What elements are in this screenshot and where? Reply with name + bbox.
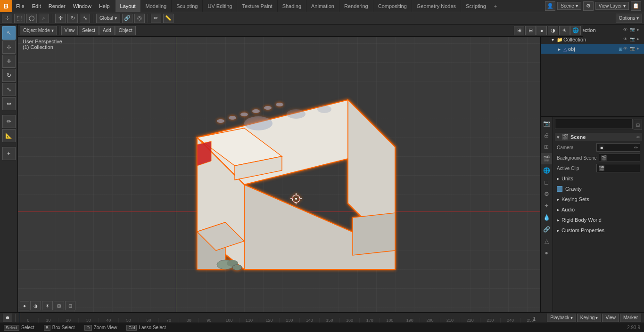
prop-icon-object[interactable]: ◻ (541, 177, 552, 188)
prop-icon-output[interactable]: 🖨 (541, 130, 552, 141)
render-small-icon[interactable]: ● (636, 27, 642, 33)
viewport-shading-material[interactable]: ◑ (30, 301, 41, 310)
menu-help[interactable]: Help (95, 0, 114, 12)
camera-small-icon[interactable]: 📷 (630, 27, 636, 33)
vp-gizmo-btn[interactable]: ⊟ (525, 26, 536, 35)
tool-rotate[interactable]: ↻ (2, 69, 16, 82)
outliner-row-obj[interactable]: ▸ △ obj ⊞ 👁 📷 ● (541, 44, 644, 54)
menu-window[interactable]: Window (69, 0, 95, 12)
workspace-uv-editing[interactable]: UV Editing (203, 0, 237, 12)
tool-select[interactable]: ↖ (2, 26, 16, 40)
tool-transform[interactable]: ⇔ (2, 97, 16, 110)
prop-icon-render[interactable]: 📷 (541, 118, 552, 129)
collection-camera-icon[interactable]: 📷 (630, 37, 636, 42)
prop-search-input[interactable] (555, 119, 633, 129)
viewport-overlay-toggle[interactable]: ⊞ (54, 301, 64, 310)
select-box-icon[interactable]: ⬚ (14, 14, 25, 23)
keying-sets-collapsible[interactable]: ▸ Keying Sets (555, 194, 642, 204)
viewport-gizmo-toggle[interactable]: ⊟ (65, 301, 75, 310)
object-mode-dropdown[interactable]: Object Mode ▾ (20, 26, 57, 35)
menu-edit[interactable]: Edit (28, 0, 45, 12)
prop-icon-material[interactable]: ● (541, 247, 552, 259)
workspace-animation[interactable]: Animation (306, 0, 339, 12)
tool-move[interactable]: ✛ (2, 55, 16, 68)
scale-icon[interactable]: ⤡ (80, 14, 90, 23)
collection-render-icon[interactable]: ● (636, 37, 642, 42)
filter-icon[interactable]: ⊟ (634, 120, 642, 130)
move-icon[interactable]: ✛ (55, 14, 66, 23)
eye-icon[interactable]: 👁 (623, 27, 629, 33)
workspace-modeling[interactable]: Modeling (141, 0, 172, 12)
audio-collapsible[interactable]: ▸ Audio (555, 204, 642, 215)
viewport-3d[interactable]: User Perspective (1) Collection (18, 24, 583, 312)
vp-shading-rendered-btn[interactable]: ☀ (559, 26, 570, 35)
select-circle-icon[interactable]: ◯ (26, 14, 37, 23)
auto-keyframe-btn[interactable]: ⏺ (3, 314, 12, 322)
vp-add-menu[interactable]: Add (99, 26, 115, 35)
background-scene-value[interactable]: 🎬 (599, 154, 640, 162)
units-collapsible[interactable]: ▸ Units (555, 173, 642, 184)
prop-icon-data[interactable]: △ (541, 235, 552, 247)
vp-overlay-btn[interactable]: ⊞ (514, 26, 524, 35)
prop-icon-modifier[interactable]: ⚙ (541, 188, 552, 200)
workspace-layout[interactable]: Layout (116, 0, 141, 12)
menu-render[interactable]: Render (45, 0, 69, 12)
camera-edit-icon[interactable]: ✏ (634, 145, 638, 150)
select-lasso-icon[interactable]: ⌂ (39, 14, 49, 23)
workspace-compositing[interactable]: Compositing (373, 0, 412, 12)
menu-file[interactable]: File (12, 0, 28, 12)
keying-dropdown[interactable]: Keying ▾ (577, 314, 602, 322)
prop-icon-constraints[interactable]: 🔗 (541, 224, 552, 235)
tool-measure[interactable]: 📐 (2, 129, 16, 142)
marker-dropdown[interactable]: Marker (620, 314, 641, 322)
vp-view-menu[interactable]: View (61, 26, 78, 35)
workspace-shading[interactable]: Shading (278, 0, 306, 12)
workspace-sculpting[interactable]: Sculpting (172, 0, 203, 12)
workspace-rendering[interactable]: Rendering (339, 0, 373, 12)
tool-add[interactable]: + (2, 147, 16, 160)
tool-scale[interactable]: ⤡ (2, 83, 16, 96)
cursor-icon[interactable]: ⊹ (2, 14, 12, 23)
vp-shading-eevee-btn[interactable]: 🌐 (570, 26, 581, 35)
workspace-add-btn[interactable]: + (491, 0, 500, 12)
camera-value[interactable]: ■ ✏ (596, 143, 640, 152)
active-clip-value[interactable]: 🎬 (596, 164, 640, 172)
gravity-checkbox[interactable] (557, 186, 562, 192)
vp-object-menu[interactable]: Object (116, 26, 136, 35)
vp-shading-material-btn[interactable]: ◑ (548, 26, 558, 35)
viewport-shading-rendered[interactable]: ☀ (42, 301, 53, 310)
snap-icon[interactable]: 🔗 (122, 14, 132, 23)
vp-select-menu[interactable]: Select (79, 26, 99, 35)
scene-settings-icon[interactable]: ✏ (636, 135, 640, 140)
workspace-texture-paint[interactable]: Texture Paint (237, 0, 277, 12)
measure-icon[interactable]: 📏 (163, 14, 173, 23)
collection-eye-icon[interactable]: 👁 (623, 37, 629, 42)
view-layer-selector[interactable]: View Layer ▾ (595, 2, 629, 10)
tool-annotate[interactable]: ✏ (2, 115, 16, 128)
prop-icon-physics[interactable]: 💧 (541, 212, 552, 223)
obj-render-icon[interactable]: ● (636, 46, 642, 52)
tool-cursor[interactable]: ⊹ (2, 40, 16, 54)
prop-icon-particles[interactable]: ✦ (541, 200, 552, 211)
options-btn[interactable]: Options ▾ (616, 14, 642, 23)
rigid-body-world-collapsible[interactable]: ▸ Rigid Body World (555, 215, 642, 225)
scene-icon[interactable]: ⚙ (583, 1, 594, 11)
transform-dropdown[interactable]: Global ▾ (96, 14, 120, 23)
annotate-icon[interactable]: ✏ (151, 14, 161, 23)
obj-eye-icon[interactable]: 👁 (623, 46, 629, 52)
prop-icon-world[interactable]: 🌐 (541, 165, 552, 176)
workspace-scripting[interactable]: Scripting (461, 0, 491, 12)
rotate-icon[interactable]: ↻ (67, 14, 78, 23)
view-dropdown[interactable]: View (602, 314, 619, 322)
scene-selector[interactable]: Scene ▾ (557, 2, 581, 10)
view-layer-icon[interactable]: 📋 (631, 1, 641, 11)
proportional-icon[interactable]: ◎ (134, 14, 145, 23)
prop-icon-view-layer[interactable]: ⊞ (541, 141, 552, 153)
viewport-shading-solid[interactable]: ● (20, 301, 29, 310)
playback-dropdown[interactable]: Playback ▾ (547, 314, 576, 322)
prop-icon-scene[interactable]: 🎬 (541, 153, 552, 164)
timeline-ruler[interactable]: 0 10 20 30 40 50 60 70 80 90 100 110 120… (18, 312, 540, 323)
obj-camera-icon[interactable]: 📷 (630, 46, 636, 52)
custom-properties-collapsible[interactable]: ▸ Custom Properties (555, 225, 642, 235)
vp-shading-solid-btn[interactable]: ● (537, 26, 547, 35)
